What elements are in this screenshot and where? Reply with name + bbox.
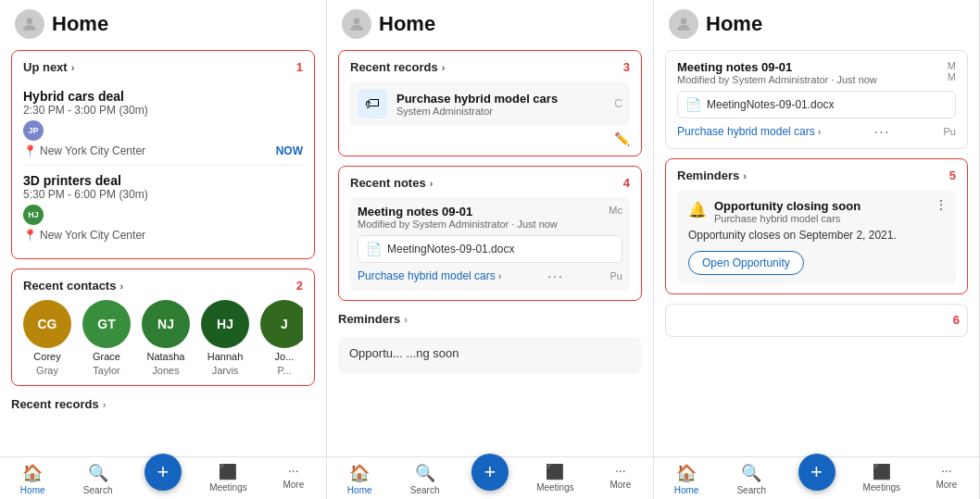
- meetings-label-2: Meetings: [536, 482, 574, 493]
- meetings-label-1: Meetings: [209, 482, 247, 493]
- meeting-note-attachment[interactable]: 📄 MeetingNotes-09-01.docx: [677, 91, 956, 119]
- recent-notes-header: Recent notes › 4: [350, 176, 630, 190]
- recent-notes-chevron[interactable]: ›: [430, 178, 433, 189]
- reminder-info: Opportunity closing soon Purchase hybrid…: [714, 199, 861, 224]
- home-icon-3: 🏠: [676, 463, 697, 483]
- nav-add-3[interactable]: +: [784, 463, 848, 495]
- reminder-top: 🔔 Opportunity closing soon Purchase hybr…: [688, 199, 945, 224]
- note-info: Meeting notes 09-01 Modified by System A…: [358, 205, 558, 230]
- docx-icon: 📄: [366, 242, 382, 256]
- open-opportunity-button[interactable]: Open Opportunity: [688, 251, 804, 275]
- event-row-1: 📍 New York City Center NOW: [23, 144, 303, 157]
- contact-last-gt: Taylor: [93, 365, 119, 376]
- attachment-name-1: MeetingNotes-09-01.docx: [387, 243, 514, 256]
- reminders-header-3: Reminders › 5: [677, 168, 956, 182]
- note-item-1[interactable]: Meeting notes 09-01 Modified by System A…: [350, 197, 630, 291]
- svg-point-1: [354, 18, 360, 24]
- recent-contacts-chevron[interactable]: ›: [119, 281, 123, 292]
- svg-point-0: [27, 18, 33, 24]
- recent-records-chevron[interactable]: ›: [103, 399, 107, 410]
- edit-icon[interactable]: ✏️: [350, 131, 630, 146]
- nav-search-1[interactable]: 🔍 Search: [65, 463, 130, 495]
- nav-search-3[interactable]: 🔍 Search: [719, 463, 784, 495]
- meeting-note-dots[interactable]: ···: [874, 124, 891, 139]
- add-button-1[interactable]: +: [144, 454, 182, 491]
- contact-name-cg: Corey: [33, 351, 60, 362]
- panel-1: Home Up next › 1 Hybrid cars deal 2:30 P…: [0, 0, 327, 499]
- nav-meetings-1[interactable]: ⬛ Meetings: [195, 463, 260, 495]
- now-badge-1: NOW: [276, 144, 303, 157]
- note-dots[interactable]: ···: [547, 268, 564, 283]
- note-top: Meeting notes 09-01 Modified by System A…: [358, 205, 622, 230]
- note-link-1[interactable]: Purchase hybrid model cars ›: [358, 269, 501, 282]
- reminder-sub-1: Purchase hybrid model cars: [714, 213, 861, 224]
- contact-cg[interactable]: CG Corey Gray: [23, 300, 71, 376]
- search-label-3: Search: [736, 485, 766, 495]
- add-button-2[interactable]: +: [471, 454, 509, 491]
- event-item-1[interactable]: Hybrid cars deal 2:30 PM - 3:00 PM (30m)…: [23, 81, 303, 166]
- page-title-2: Home: [379, 12, 435, 36]
- nav-meetings-2[interactable]: ⬛ Meetings: [522, 463, 587, 495]
- meetings-icon-3: ⬛: [873, 463, 891, 480]
- contact-name-hj: Hannah: [207, 351, 244, 362]
- reminders-card-3: Reminders › 5 🔔 Opportunity closing soon…: [665, 158, 968, 294]
- avatar-3: [669, 9, 698, 39]
- panel-3: Home Meeting notes 09-01 Modified by Sys…: [654, 0, 980, 499]
- contact-nj[interactable]: NJ Natasha Jones: [142, 300, 190, 376]
- nav-more-2[interactable]: ··· More: [588, 463, 653, 495]
- nav-add-1[interactable]: +: [131, 463, 195, 495]
- contact-name-j: Jo...: [275, 351, 295, 362]
- nav-more-3[interactable]: ··· More: [914, 463, 979, 495]
- up-next-chevron[interactable]: ›: [71, 62, 75, 73]
- panel-2-header: Home: [327, 0, 653, 44]
- home-icon-2: 🏠: [349, 463, 370, 483]
- record-info-1: Purchase hybrid model cars System Admini…: [396, 92, 558, 117]
- recent-records-title-2: Recent records ›: [350, 60, 445, 74]
- note-attachment-1[interactable]: 📄 MeetingNotes-09-01.docx: [358, 235, 622, 263]
- reminders-title-3: Reminders ›: [677, 168, 747, 182]
- contact-hj[interactable]: HJ Hannah Jarvis: [201, 300, 249, 376]
- event-title-2: 3D printers deal: [23, 173, 303, 188]
- reminder-item-1: 🔔 Opportunity closing soon Purchase hybr…: [677, 190, 956, 284]
- section-num-4: 4: [623, 176, 630, 190]
- avatar-2: [342, 9, 371, 39]
- reminders-label-row-2: Reminders ›: [338, 310, 642, 328]
- nav-home-1[interactable]: 🏠 Home: [0, 463, 65, 495]
- contact-last-cg: Gray: [36, 365, 58, 376]
- up-next-title: Up next ›: [23, 60, 74, 74]
- meeting-note-info: Meeting notes 09-01 Modified by System A…: [677, 60, 877, 85]
- recent-notes-card: Recent notes › 4 Meeting notes 09-01 Mod…: [338, 166, 642, 301]
- panel-2: Home Recent records › 3 🏷 Purchase hybri…: [327, 0, 654, 499]
- nav-home-2[interactable]: 🏠 Home: [327, 463, 392, 495]
- record-partial: C: [614, 97, 622, 110]
- up-next-card: Up next › 1 Hybrid cars deal 2:30 PM - 3…: [11, 50, 315, 259]
- search-icon-2: 🔍: [415, 463, 435, 483]
- nav-meetings-3[interactable]: ⬛ Meetings: [849, 463, 914, 495]
- recent-records-header-2: Recent records › 3: [350, 60, 630, 74]
- contact-j[interactable]: J Jo... P...: [260, 300, 303, 376]
- nav-search-2[interactable]: 🔍 Search: [392, 463, 457, 495]
- contacts-row: CG Corey Gray GT Grace Taylor NJ Natasha…: [23, 300, 303, 376]
- record-title-1: Purchase hybrid model cars: [396, 92, 558, 106]
- reminder-dots-btn[interactable]: ⋮: [935, 197, 949, 212]
- note-title-1: Meeting notes 09-01: [358, 205, 558, 218]
- record-sub-1: System Administrator: [396, 106, 558, 117]
- contact-gt[interactable]: GT Grace Taylor: [82, 300, 131, 376]
- recent-records-chevron-2[interactable]: ›: [442, 62, 446, 73]
- reminders-chevron-2[interactable]: ›: [404, 314, 408, 325]
- add-button-3[interactable]: +: [798, 454, 836, 491]
- record-icon-1: 🏷: [358, 89, 387, 119]
- link2: Pu: [944, 126, 956, 137]
- section-6-card: 6: [665, 304, 968, 337]
- more-label-3: More: [936, 480, 958, 490]
- nav-more-1[interactable]: ··· More: [261, 463, 326, 495]
- nav-add-2[interactable]: +: [458, 463, 522, 495]
- meeting-note-link[interactable]: Purchase hybrid model cars ›: [677, 125, 821, 138]
- contact-avatar-j: J: [260, 300, 303, 348]
- nav-home-3[interactable]: 🏠 Home: [654, 463, 719, 495]
- reminders-chevron-3[interactable]: ›: [743, 170, 747, 181]
- event-item-2[interactable]: 3D printers deal 5:30 PM - 6:00 PM (30m)…: [23, 166, 303, 249]
- record-item-1[interactable]: 🏷 Purchase hybrid model cars System Admi…: [350, 81, 630, 126]
- reminders-partial-text: Opportu... ...ng soon: [349, 346, 459, 360]
- contact-last-nj: Jones: [152, 365, 179, 376]
